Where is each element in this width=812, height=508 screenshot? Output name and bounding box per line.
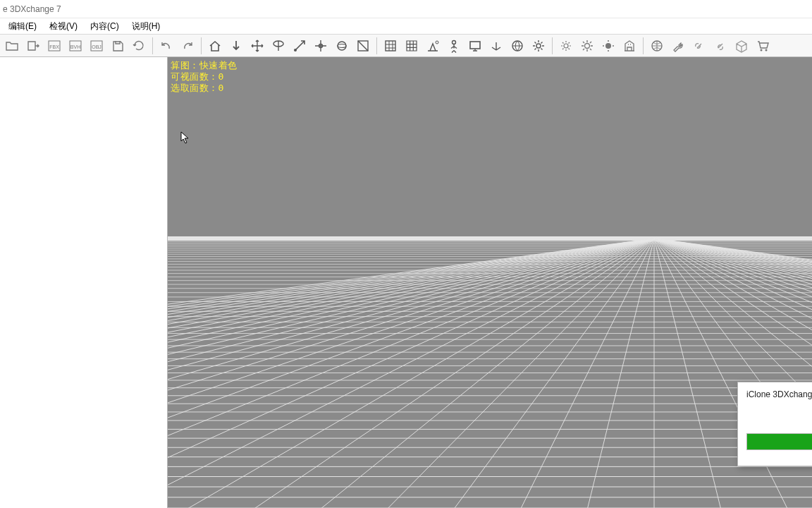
light3-icon[interactable] (598, 36, 619, 56)
hud-selected-label: 选取面数： (171, 83, 219, 93)
viewport-grid (168, 57, 812, 508)
svg-point-8 (338, 42, 346, 50)
svg-text:OBJ: OBJ (92, 44, 102, 49)
rotate-icon[interactable] (268, 36, 289, 56)
undo-icon[interactable] (156, 36, 177, 56)
viewport-3d[interactable]: 算图：快速着色 可视面数：0 选取面数：0 iClone 3DXchange 7 (168, 57, 812, 508)
orbit-icon[interactable] (331, 36, 352, 56)
axis-icon[interactable] (486, 36, 507, 56)
viewport-hud: 算图：快速着色 可视面数：0 选取面数：0 (171, 60, 238, 94)
hud-visible-label: 可视面数： (171, 71, 219, 82)
fbx-icon[interactable]: FBX (44, 36, 65, 56)
fit-icon[interactable] (352, 36, 374, 56)
obj-icon[interactable]: OBJ (86, 36, 107, 56)
toolbar-separator (152, 37, 153, 54)
svg-point-12 (436, 41, 438, 44)
light1-icon[interactable] (555, 36, 577, 56)
menu-help[interactable]: 说明(H) (126, 19, 166, 34)
menu-edit[interactable]: 编辑(E) (3, 19, 42, 34)
toolbar-separator (643, 37, 644, 54)
svg-point-16 (536, 44, 541, 48)
toolbar: FBXBVHOBJ (0, 35, 812, 57)
down-arrow-icon[interactable] (226, 36, 247, 56)
svg-rect-14 (470, 42, 480, 49)
svg-rect-11 (386, 41, 395, 51)
svg-point-6 (294, 49, 297, 52)
toolbar-separator (201, 37, 202, 54)
svg-point-21 (761, 49, 763, 51)
hud-visible-value: 0 (219, 71, 224, 82)
move-icon[interactable] (247, 36, 268, 56)
menu-content[interactable]: 内容(C) (85, 19, 125, 34)
menu-view[interactable]: 检视(V) (44, 19, 83, 34)
svg-point-22 (765, 49, 768, 51)
wireframe-icon[interactable] (380, 36, 401, 56)
toolbar-separator (552, 37, 553, 54)
redo-icon[interactable] (177, 36, 198, 56)
refresh-icon[interactable] (128, 36, 149, 56)
home-icon[interactable] (204, 36, 226, 56)
globe-icon[interactable] (507, 36, 528, 56)
hud-selected-value: 0 (219, 83, 224, 93)
light2-icon[interactable] (577, 36, 598, 56)
workspace: 算图：快速着色 可视面数：0 选取面数：0 iClone 3DXchange 7 (0, 57, 812, 508)
svg-point-9 (338, 44, 346, 47)
screen-icon[interactable] (465, 36, 486, 56)
snap-icon[interactable] (422, 36, 443, 56)
window-title: e 3DXchange 7 (3, 4, 61, 14)
toolbar-separator (376, 37, 377, 54)
export-icon[interactable] (107, 36, 128, 56)
package-icon[interactable] (731, 36, 752, 56)
progress-fill (747, 434, 812, 449)
link1-icon[interactable] (689, 36, 710, 56)
side-panel (0, 57, 168, 508)
transform-icon[interactable] (310, 36, 331, 56)
svg-text:FBX: FBX (49, 44, 59, 49)
hud-render-label: 算图： (171, 60, 199, 71)
svg-point-18 (585, 43, 590, 48)
import-icon[interactable] (23, 36, 44, 56)
menubar: 编辑(E) 检视(V) 内容(C) 说明(H) (0, 18, 812, 35)
svg-point-13 (453, 40, 456, 44)
building-icon[interactable] (619, 36, 640, 56)
gear-icon[interactable] (528, 36, 549, 56)
progress-dialog: iClone 3DXchange 7 (737, 382, 812, 466)
wrench-icon[interactable] (668, 36, 689, 56)
progress-bar (746, 433, 812, 450)
hud-render-value: 快速着色 (199, 60, 238, 71)
dialog-title: iClone 3DXchange 7 (746, 389, 812, 399)
world-icon[interactable] (646, 36, 668, 56)
grid-icon[interactable] (401, 36, 422, 56)
bvh-icon[interactable]: BVH (65, 36, 86, 56)
svg-text:BVH: BVH (70, 44, 80, 49)
scale-icon[interactable] (289, 36, 310, 56)
folder-icon[interactable] (1, 36, 23, 56)
svg-point-17 (564, 44, 568, 48)
link2-icon[interactable] (710, 36, 731, 56)
character-icon[interactable] (443, 36, 465, 56)
svg-point-19 (605, 43, 611, 49)
titlebar: e 3DXchange 7 (0, 0, 812, 18)
cart-icon[interactable] (752, 36, 773, 56)
